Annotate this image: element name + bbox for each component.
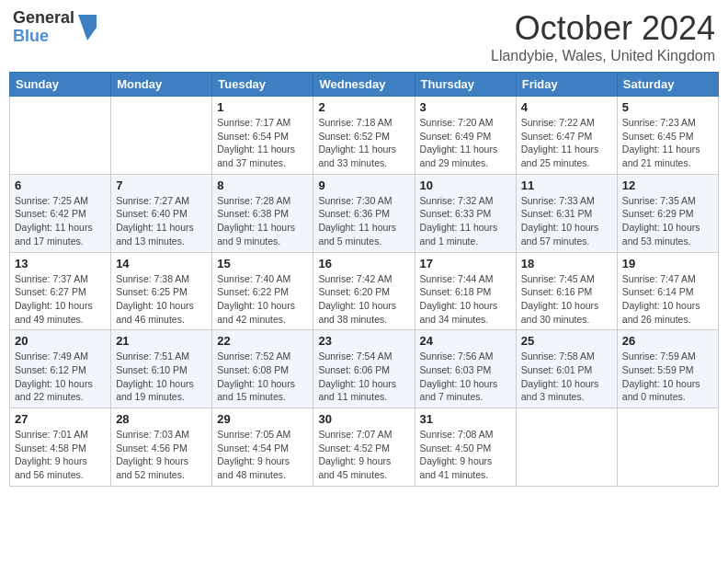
day-info: Sunrise: 7:59 AM Sunset: 5:59 PM Dayligh…: [622, 350, 713, 404]
day-number: 9: [318, 178, 409, 192]
weekday-header: Thursday: [415, 73, 516, 97]
calendar-cell: 7Sunrise: 7:27 AM Sunset: 6:40 PM Daylig…: [111, 174, 212, 252]
weekday-header: Tuesday: [212, 73, 313, 97]
day-number: 29: [217, 412, 308, 426]
calendar-cell: 6Sunrise: 7:25 AM Sunset: 6:42 PM Daylig…: [10, 174, 111, 252]
calendar-table: SundayMondayTuesdayWednesdayThursdayFrid…: [9, 72, 719, 487]
day-info: Sunrise: 7:38 AM Sunset: 6:25 PM Dayligh…: [116, 272, 207, 327]
calendar-week-row: 27Sunrise: 7:01 AM Sunset: 4:58 PM Dayli…: [10, 408, 719, 487]
calendar-cell: 24Sunrise: 7:56 AM Sunset: 6:03 PM Dayli…: [415, 330, 516, 408]
day-number: 27: [15, 412, 106, 426]
calendar-cell: 23Sunrise: 7:54 AM Sunset: 6:06 PM Dayli…: [313, 330, 415, 408]
day-number: 22: [217, 334, 308, 348]
calendar-cell: 9Sunrise: 7:30 AM Sunset: 6:36 PM Daylig…: [313, 174, 415, 252]
calendar-cell: 15Sunrise: 7:40 AM Sunset: 6:22 PM Dayli…: [212, 252, 313, 330]
logo: General Blue: [13, 9, 97, 46]
location-title: Llandybie, Wales, United Kingdom: [491, 48, 715, 64]
day-number: 26: [622, 334, 713, 348]
day-info: Sunrise: 7:20 AM Sunset: 6:49 PM Dayligh…: [420, 116, 511, 170]
calendar-week-row: 6Sunrise: 7:25 AM Sunset: 6:42 PM Daylig…: [10, 174, 719, 252]
day-number: 4: [521, 100, 612, 114]
calendar-cell: 11Sunrise: 7:33 AM Sunset: 6:31 PM Dayli…: [516, 174, 617, 252]
day-info: Sunrise: 7:28 AM Sunset: 6:38 PM Dayligh…: [217, 194, 308, 248]
day-number: 20: [15, 334, 106, 348]
day-info: Sunrise: 7:27 AM Sunset: 6:40 PM Dayligh…: [116, 194, 207, 248]
calendar-cell: [10, 97, 111, 175]
day-info: Sunrise: 7:47 AM Sunset: 6:14 PM Dayligh…: [622, 272, 713, 327]
day-number: 30: [318, 412, 409, 426]
logo-icon: [78, 15, 97, 40]
calendar-cell: 17Sunrise: 7:44 AM Sunset: 6:18 PM Dayli…: [415, 252, 516, 330]
page-header: General Blue October 2024 Llandybie, Wal…: [9, 9, 719, 64]
day-number: 3: [420, 100, 511, 114]
calendar-cell: 22Sunrise: 7:52 AM Sunset: 6:08 PM Dayli…: [212, 330, 313, 408]
day-info: Sunrise: 7:58 AM Sunset: 6:01 PM Dayligh…: [521, 350, 612, 404]
calendar-cell: 12Sunrise: 7:35 AM Sunset: 6:29 PM Dayli…: [617, 174, 718, 252]
weekday-header: Sunday: [10, 73, 111, 97]
day-number: 12: [622, 178, 713, 192]
day-info: Sunrise: 7:49 AM Sunset: 6:12 PM Dayligh…: [15, 350, 106, 404]
calendar-header-row: SundayMondayTuesdayWednesdayThursdayFrid…: [10, 73, 719, 97]
day-info: Sunrise: 7:37 AM Sunset: 6:27 PM Dayligh…: [15, 272, 106, 327]
calendar-cell: 16Sunrise: 7:42 AM Sunset: 6:20 PM Dayli…: [313, 252, 415, 330]
calendar-week-row: 1Sunrise: 7:17 AM Sunset: 6:54 PM Daylig…: [10, 97, 719, 175]
day-info: Sunrise: 7:22 AM Sunset: 6:47 PM Dayligh…: [521, 116, 612, 170]
day-number: 6: [15, 178, 106, 192]
day-info: Sunrise: 7:07 AM Sunset: 4:52 PM Dayligh…: [318, 428, 409, 482]
calendar-cell: 27Sunrise: 7:01 AM Sunset: 4:58 PM Dayli…: [10, 408, 111, 487]
calendar-cell: 31Sunrise: 7:08 AM Sunset: 4:50 PM Dayli…: [415, 408, 516, 487]
day-number: 28: [116, 412, 207, 426]
day-info: Sunrise: 7:01 AM Sunset: 4:58 PM Dayligh…: [15, 428, 106, 482]
day-info: Sunrise: 7:45 AM Sunset: 6:16 PM Dayligh…: [521, 272, 612, 327]
calendar-cell: 21Sunrise: 7:51 AM Sunset: 6:10 PM Dayli…: [111, 330, 212, 408]
day-info: Sunrise: 7:05 AM Sunset: 4:54 PM Dayligh…: [217, 428, 308, 482]
logo-general-text: General: [13, 9, 74, 28]
calendar-week-row: 20Sunrise: 7:49 AM Sunset: 6:12 PM Dayli…: [10, 330, 719, 408]
day-info: Sunrise: 7:54 AM Sunset: 6:06 PM Dayligh…: [318, 350, 409, 404]
title-block: October 2024 Llandybie, Wales, United Ki…: [491, 9, 715, 64]
day-info: Sunrise: 7:08 AM Sunset: 4:50 PM Dayligh…: [420, 428, 511, 482]
calendar-cell: 28Sunrise: 7:03 AM Sunset: 4:56 PM Dayli…: [111, 408, 212, 487]
day-number: 1: [217, 100, 308, 114]
day-number: 23: [318, 334, 409, 348]
day-info: Sunrise: 7:03 AM Sunset: 4:56 PM Dayligh…: [116, 428, 207, 482]
day-info: Sunrise: 7:52 AM Sunset: 6:08 PM Dayligh…: [217, 350, 308, 404]
calendar-cell: [111, 97, 212, 175]
day-info: Sunrise: 7:51 AM Sunset: 6:10 PM Dayligh…: [116, 350, 207, 404]
day-info: Sunrise: 7:44 AM Sunset: 6:18 PM Dayligh…: [420, 272, 511, 327]
day-number: 25: [521, 334, 612, 348]
day-number: 8: [217, 178, 308, 192]
weekday-header: Wednesday: [313, 73, 415, 97]
day-number: 17: [420, 257, 511, 270]
day-number: 2: [318, 100, 409, 114]
day-number: 5: [622, 100, 713, 114]
calendar-cell: 30Sunrise: 7:07 AM Sunset: 4:52 PM Dayli…: [313, 408, 415, 487]
calendar-cell: 14Sunrise: 7:38 AM Sunset: 6:25 PM Dayli…: [111, 252, 212, 330]
calendar-cell: 10Sunrise: 7:32 AM Sunset: 6:33 PM Dayli…: [415, 174, 516, 252]
day-number: 21: [116, 334, 207, 348]
svg-marker-0: [78, 15, 97, 40]
weekday-header: Friday: [516, 73, 617, 97]
calendar-cell: 8Sunrise: 7:28 AM Sunset: 6:38 PM Daylig…: [212, 174, 313, 252]
calendar-cell: 25Sunrise: 7:58 AM Sunset: 6:01 PM Dayli…: [516, 330, 617, 408]
day-info: Sunrise: 7:30 AM Sunset: 6:36 PM Dayligh…: [318, 194, 409, 248]
weekday-header: Monday: [111, 73, 212, 97]
day-info: Sunrise: 7:42 AM Sunset: 6:20 PM Dayligh…: [318, 272, 409, 327]
day-info: Sunrise: 7:18 AM Sunset: 6:52 PM Dayligh…: [318, 116, 409, 170]
calendar-cell: 3Sunrise: 7:20 AM Sunset: 6:49 PM Daylig…: [415, 97, 516, 175]
day-number: 14: [116, 257, 207, 270]
calendar-cell: 19Sunrise: 7:47 AM Sunset: 6:14 PM Dayli…: [617, 252, 718, 330]
day-number: 11: [521, 178, 612, 192]
calendar-cell: 1Sunrise: 7:17 AM Sunset: 6:54 PM Daylig…: [212, 97, 313, 175]
calendar-cell: 20Sunrise: 7:49 AM Sunset: 6:12 PM Dayli…: [10, 330, 111, 408]
weekday-header: Saturday: [617, 73, 718, 97]
day-number: 19: [622, 257, 713, 270]
day-info: Sunrise: 7:33 AM Sunset: 6:31 PM Dayligh…: [521, 194, 612, 248]
day-info: Sunrise: 7:35 AM Sunset: 6:29 PM Dayligh…: [622, 194, 713, 248]
day-info: Sunrise: 7:32 AM Sunset: 6:33 PM Dayligh…: [420, 194, 511, 248]
calendar-cell: 18Sunrise: 7:45 AM Sunset: 6:16 PM Dayli…: [516, 252, 617, 330]
day-info: Sunrise: 7:25 AM Sunset: 6:42 PM Dayligh…: [15, 194, 106, 248]
day-info: Sunrise: 7:17 AM Sunset: 6:54 PM Dayligh…: [217, 116, 308, 170]
day-number: 16: [318, 257, 409, 270]
day-info: Sunrise: 7:56 AM Sunset: 6:03 PM Dayligh…: [420, 350, 511, 404]
